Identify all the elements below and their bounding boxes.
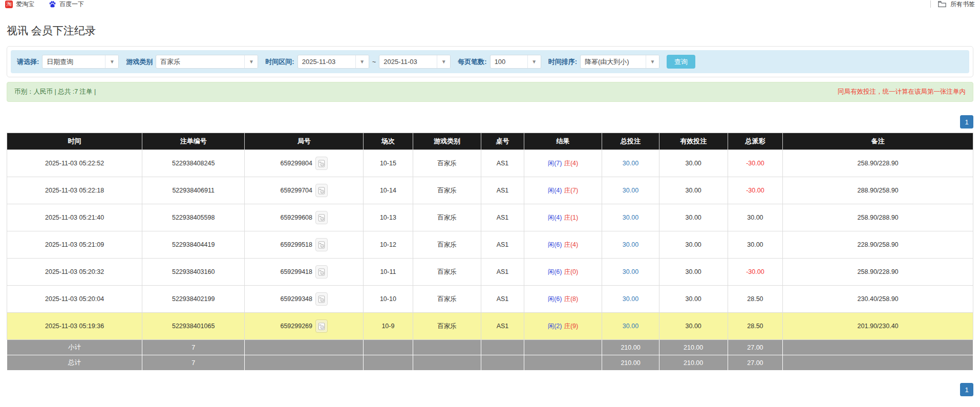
page-size-select[interactable]: 100 ▼ — [490, 55, 541, 69]
table-row: 2025-11-03 05:21:09522938404419659299518… — [7, 231, 973, 259]
table-row: 2025-11-03 05:22:18522938406911659299704… — [7, 177, 973, 204]
range-tilde: ~ — [372, 58, 376, 66]
cell-note: 258.90/228.90 — [783, 259, 973, 286]
cell-total-bet: 30.00 — [602, 313, 659, 340]
bookmark-baidu[interactable]: 百度一下 — [49, 0, 84, 9]
taobao-icon: 淘 — [5, 1, 13, 8]
page-content: 视讯 会员下注纪录 请选择: 日期查询 ▼ 游戏类别 百家乐 ▼ 时间区间: 2… — [0, 8, 980, 396]
round-number: 659299348 — [280, 295, 312, 303]
date-from-select[interactable]: 2025-11-03 ▼ — [297, 55, 369, 69]
video-replay-button[interactable] — [315, 292, 328, 306]
total-bet-link[interactable]: 30.00 — [623, 268, 638, 275]
cell-result: 闲(4)庄(1) — [524, 204, 602, 231]
cell-time: 2025-11-03 05:21:09 — [7, 231, 142, 259]
folder-icon — [938, 1, 946, 8]
cell-bet-id: 522938401065 — [142, 313, 245, 340]
cell-time: 2025-11-03 05:20:04 — [7, 286, 142, 313]
cell-valid-bet: 30.00 — [659, 286, 728, 313]
video-replay-button[interactable] — [315, 265, 328, 279]
sum-label: 小计 — [7, 340, 142, 355]
browser-window: 淘 爱淘宝 百度一下 所有书签 视讯 会员下注纪录 — [0, 0, 980, 407]
total-bet-link[interactable]: 30.00 — [623, 295, 638, 303]
cell-round: 659299608 — [245, 204, 364, 231]
cell-payout: 30.00 — [728, 204, 783, 231]
select-type-label: 请选择: — [17, 57, 39, 67]
cell-table: AS1 — [481, 231, 524, 259]
result-banker: 庄(8) — [564, 295, 578, 303]
bookmark-aitaobao[interactable]: 淘 爱淘宝 — [5, 0, 34, 9]
date-to-select[interactable]: 2025-11-03 ▼ — [379, 55, 451, 69]
cell-time: 2025-11-03 05:20:32 — [7, 259, 142, 286]
valid-bet-notice: 同局有效投注，统一计算在该局第一张注单内 — [838, 88, 966, 96]
cell-table: AS1 — [481, 259, 524, 286]
total-bet-link[interactable]: 30.00 — [623, 187, 638, 194]
bookmark-label: 爱淘宝 — [16, 0, 34, 9]
date-from-value: 2025-11-03 — [298, 55, 355, 68]
time-sort-label: 时间排序: — [548, 57, 577, 67]
cell-round: 659299804 — [245, 150, 364, 177]
cell-game: 百家乐 — [413, 313, 481, 340]
round-wrap: 659299269 — [280, 319, 328, 333]
video-replay-button[interactable] — [315, 238, 328, 251]
cell-result: 闲(6)庄(4) — [524, 231, 602, 259]
column-header: 总投注 — [602, 133, 659, 150]
cell-time: 2025-11-03 05:21:40 — [7, 204, 142, 231]
total-bet-link[interactable]: 30.00 — [623, 323, 638, 330]
column-header: 有效投注 — [659, 133, 728, 150]
cell-bet-id: 522938403160 — [142, 259, 245, 286]
video-replay-button[interactable] — [315, 184, 328, 197]
video-replay-button[interactable] — [315, 211, 328, 224]
cell-table: AS1 — [481, 150, 524, 177]
video-replay-button[interactable] — [315, 157, 328, 170]
chevron-down-icon: ▼ — [355, 55, 369, 68]
cell-payout: -30.00 — [728, 150, 783, 177]
time-range-label: 时间区间: — [265, 57, 294, 67]
cell-valid-bet: 30.00 — [659, 313, 728, 340]
cell-time: 2025-11-03 05:22:52 — [7, 150, 142, 177]
result-player: 闲(6) — [548, 268, 562, 275]
currency-summary: 币别：人民币 | 总共 :7 注单 | — [14, 88, 96, 96]
cell-session: 10-14 — [364, 177, 413, 204]
total-bet-link[interactable]: 30.00 — [623, 214, 638, 221]
result-banker: 庄(4) — [564, 160, 578, 167]
round-wrap: 659299804 — [280, 157, 328, 170]
page-1-button[interactable]: 1 — [960, 383, 973, 396]
cell-result: 闲(7)庄(4) — [524, 150, 602, 177]
cell-round: 659299518 — [245, 231, 364, 259]
column-header: 桌号 — [481, 133, 524, 150]
cell-note — [783, 340, 973, 355]
query-type-select[interactable]: 日期查询 ▼ — [42, 55, 119, 69]
result-banker: 庄(9) — [564, 323, 578, 330]
column-header: 总派彩 — [728, 133, 783, 150]
cell-valid-bet: 30.00 — [659, 204, 728, 231]
chevron-down-icon: ▼ — [646, 55, 659, 68]
total-bet-link[interactable]: 30.00 — [623, 241, 638, 248]
result-banker: 庄(0) — [564, 268, 578, 275]
sum-total-bet: 210.00 — [602, 340, 659, 355]
cell-round: 659299704 — [245, 177, 364, 204]
page-1-button[interactable]: 1 — [960, 115, 973, 128]
cell-game: 百家乐 — [413, 286, 481, 313]
time-sort-select[interactable]: 降幂(由大到小) ▼ — [580, 55, 659, 69]
table-row: 2025-11-03 05:21:40522938405598659299608… — [7, 204, 973, 231]
video-replay-button[interactable] — [315, 319, 328, 333]
column-header: 结果 — [524, 133, 602, 150]
cell-time: 2025-11-03 05:19:36 — [7, 313, 142, 340]
game-category-select[interactable]: 百家乐 ▼ — [156, 55, 258, 69]
cell-session: 10-12 — [364, 231, 413, 259]
cell-bet-id: 522938404419 — [142, 231, 245, 259]
table-row: 2025-11-03 05:22:52522938408245659299804… — [7, 150, 973, 177]
cell-bet-id: 522938402199 — [142, 286, 245, 313]
result-banker: 庄(7) — [564, 187, 578, 194]
cell-note: 228.90/258.90 — [783, 231, 973, 259]
sum-count: 7 — [142, 355, 245, 371]
all-bookmarks[interactable]: 所有书签 — [930, 0, 975, 9]
cell-session: 10-13 — [364, 204, 413, 231]
column-header: 备注 — [783, 133, 973, 150]
column-header: 场次 — [364, 133, 413, 150]
cell-game — [413, 340, 481, 355]
column-header: 时间 — [7, 133, 142, 150]
cell-bet-id: 522938408245 — [142, 150, 245, 177]
total-bet-link[interactable]: 30.00 — [623, 160, 638, 167]
query-button[interactable]: 查询 — [667, 55, 695, 69]
